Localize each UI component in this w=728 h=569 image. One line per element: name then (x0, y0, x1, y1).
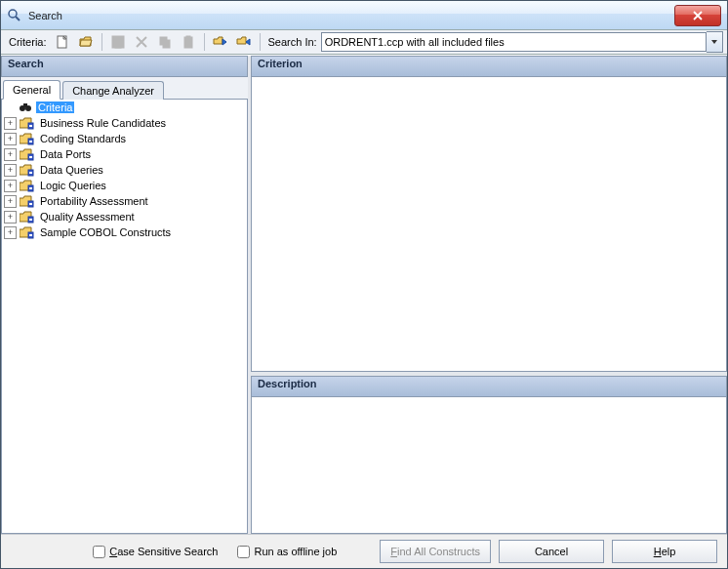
criteria-tree[interactable]: Criteria +Business Rule Candidates+Codin… (1, 100, 248, 534)
save-button[interactable] (107, 31, 129, 53)
binoculars-icon (18, 101, 33, 114)
tree-item-label: Data Queries (38, 164, 105, 176)
tree-item-row[interactable]: +Portability Assessment (2, 193, 247, 209)
case-sensitive-input[interactable] (93, 546, 105, 558)
toolbar-separator-3 (260, 33, 261, 51)
content-area: Search General Change Analyzer Criteria (1, 55, 727, 534)
criterion-box[interactable] (251, 77, 727, 372)
tree-root-row[interactable]: Criteria (2, 100, 247, 115)
svg-rect-4 (114, 37, 122, 41)
tree-item-row[interactable]: +Sample COBOL Constructs (2, 224, 247, 240)
copy-button[interactable] (154, 31, 176, 53)
help-button[interactable]: Help (612, 540, 717, 563)
locked-folder-icon (20, 210, 35, 224)
tabstrip: General Change Analyzer (1, 77, 248, 100)
svg-rect-28 (29, 234, 32, 236)
tab-change-analyzer[interactable]: Change Analyzer (62, 81, 164, 100)
case-sensitive-label: ase Sensitive Search (117, 546, 218, 557)
expander-none (4, 102, 15, 113)
svg-rect-16 (29, 141, 32, 142)
expand-icon[interactable]: + (4, 211, 17, 224)
locked-folder-icon (20, 132, 35, 145)
tree-item-label: Data Ports (38, 148, 93, 160)
bottom-bar: Case Sensitive Search Run as offline job… (1, 534, 727, 568)
criterion-panel-header: Criterion (251, 56, 727, 77)
svg-rect-24 (29, 203, 32, 205)
svg-rect-12 (23, 103, 27, 107)
tree-item-label: Coding Standards (38, 133, 128, 144)
find-all-button[interactable]: Find All Constructs (380, 540, 491, 563)
left-panel: Search General Change Analyzer Criteria (1, 56, 251, 534)
svg-rect-7 (163, 40, 170, 48)
expand-icon[interactable]: + (4, 180, 17, 192)
svg-rect-20 (29, 172, 32, 174)
close-button[interactable] (674, 5, 721, 26)
locked-folder-icon (20, 147, 35, 161)
tree-item-row[interactable]: +Quality Assessment (2, 209, 247, 224)
locked-folder-icon (20, 116, 35, 130)
tree-item-label: Sample COBOL Constructs (38, 226, 173, 238)
expand-icon[interactable]: + (4, 133, 17, 145)
tree-item-label: Portability Assessment (38, 195, 150, 207)
locked-folder-icon (20, 163, 35, 177)
tree-item-row[interactable]: +Logic Queries (2, 178, 247, 193)
toolbar-separator (101, 33, 102, 51)
window-title: Search (28, 10, 62, 21)
tree-item-label: Business Rule Candidates (38, 117, 168, 129)
locked-folder-icon (20, 194, 35, 208)
tree-item-row[interactable]: +Coding Standards (2, 131, 247, 146)
titlebar: Search (1, 1, 727, 30)
toolbar-separator-2 (204, 33, 205, 51)
export-button[interactable] (233, 31, 255, 53)
locked-folder-icon (20, 225, 35, 239)
search-in-label: Search In: (268, 36, 317, 48)
tree-root-label: Criteria (36, 102, 74, 113)
tree-item-label: Logic Queries (38, 180, 108, 191)
app-icon (7, 8, 22, 23)
svg-rect-26 (29, 219, 32, 221)
expand-icon[interactable]: + (4, 117, 17, 130)
expand-icon[interactable]: + (4, 226, 17, 239)
tab-general[interactable]: General (3, 80, 61, 100)
description-panel-header: Description (251, 376, 727, 397)
tree-item-row[interactable]: +Data Queries (2, 162, 247, 178)
description-box[interactable] (251, 397, 727, 534)
cancel-button[interactable]: Cancel (499, 540, 604, 563)
criteria-label: Criteria: (9, 36, 47, 48)
delete-button[interactable] (131, 31, 152, 53)
offline-job-checkbox[interactable]: Run as offline job (233, 543, 337, 561)
offline-job-label: Run as offline job (254, 546, 337, 557)
search-window: Search Criteria: (0, 0, 728, 569)
search-panel-header: Search (1, 56, 248, 77)
svg-rect-9 (186, 36, 190, 38)
case-sensitive-checkbox[interactable]: Case Sensitive Search (89, 543, 218, 561)
expand-icon[interactable]: + (4, 195, 17, 208)
svg-rect-22 (29, 187, 32, 189)
search-in-dropdown-button[interactable] (707, 31, 723, 53)
svg-rect-5 (115, 43, 121, 48)
svg-rect-18 (29, 156, 32, 158)
svg-rect-14 (29, 125, 32, 127)
svg-point-0 (9, 10, 17, 18)
new-criteria-button[interactable] (52, 31, 73, 53)
search-in-combo[interactable] (321, 32, 707, 52)
svg-rect-8 (184, 37, 192, 48)
tree-item-row[interactable]: +Business Rule Candidates (2, 115, 247, 131)
expand-icon[interactable]: + (4, 148, 17, 161)
expand-icon[interactable]: + (4, 164, 17, 177)
offline-job-input[interactable] (237, 546, 250, 558)
paste-button[interactable] (178, 31, 199, 53)
svg-line-1 (16, 17, 20, 20)
locked-folder-icon (20, 179, 35, 192)
tree-item-row[interactable]: +Data Ports (2, 146, 247, 162)
import-button[interactable] (210, 31, 231, 53)
right-panel: Criterion Description (251, 56, 727, 534)
toolbar: Criteria: Search In: (1, 30, 727, 55)
tree-item-label: Quality Assessment (38, 211, 137, 223)
open-criteria-button[interactable] (75, 31, 97, 53)
